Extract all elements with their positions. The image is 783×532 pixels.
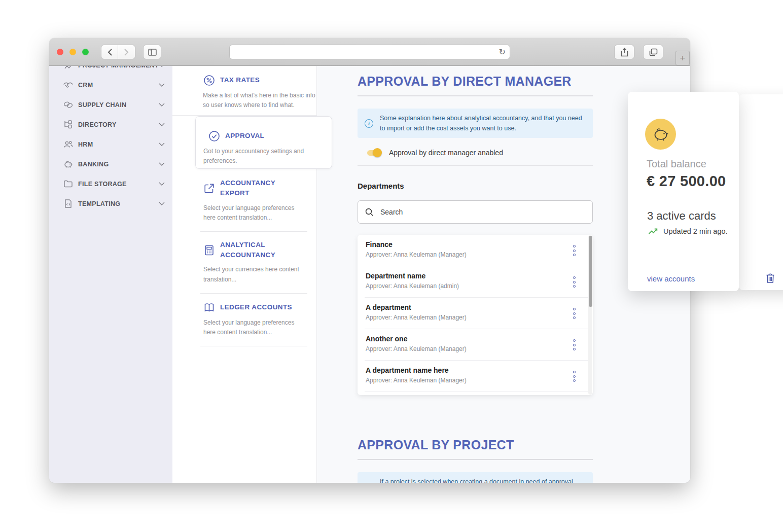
department-row[interactable]: Department name Approver: Anna Keuleman …	[358, 266, 593, 297]
chevron-down-icon	[159, 103, 165, 107]
zoom-window-button[interactable]	[82, 49, 89, 55]
share-button[interactable]	[614, 45, 634, 59]
active-cards-text: 3 active cards	[647, 209, 716, 223]
scrollbar-thumb[interactable]	[589, 236, 592, 307]
department-name: A department	[366, 303, 593, 311]
banking-piggy-icon	[63, 159, 73, 169]
sidebar-item-file-storage[interactable]: FILE STORAGE	[49, 174, 172, 194]
updated-row: Updated 2 min ago.	[648, 227, 728, 235]
chevron-left-icon	[108, 49, 112, 56]
settings-item-tax-rates[interactable]: TAX RATES Make a list of what's here in …	[172, 66, 316, 116]
supply-chain-icon	[63, 100, 73, 110]
view-accounts-link[interactable]: view accounts	[647, 274, 695, 283]
sidebar-nav-list: PROJECT MANAGEMENT CRM	[49, 66, 172, 214]
sidebar-item-banking[interactable]: BANKING	[49, 154, 172, 174]
page-title-approval-by-project: APPROVAL BY PROJECT	[358, 438, 593, 452]
minimize-window-button[interactable]	[69, 49, 76, 55]
piggy-bank-icon	[645, 119, 676, 150]
sidebar-item-label: HRM	[78, 141, 93, 148]
approval-toggle[interactable]	[367, 150, 381, 156]
chevron-down-icon	[159, 162, 165, 166]
settings-item-description: Got to your accountancy settings and pre…	[203, 147, 320, 166]
department-approver: Approver: Anna Keuleman (Manager)	[366, 251, 593, 258]
settings-item-description: Make a list of what's here in the basic …	[203, 91, 321, 110]
trash-icon[interactable]	[766, 273, 775, 283]
history-nav-group	[101, 45, 135, 59]
sidebar-item-templating[interactable]: TEMPLATING	[49, 194, 172, 214]
kebab-menu-icon[interactable]	[572, 275, 577, 289]
divider	[365, 392, 589, 392]
sidebar-item-hrm[interactable]: HRM	[49, 134, 172, 154]
department-approver: Approver: Anna Keuleman (Manager)	[366, 314, 593, 321]
divider	[358, 459, 593, 460]
settings-item-description: Select your language preferences here co…	[203, 318, 304, 337]
kebab-menu-icon[interactable]	[572, 370, 577, 383]
settings-item-ledger-accounts[interactable]: LEDGER ACCOUNTS Select your language pre…	[172, 294, 316, 346]
sidebar-item-crm[interactable]: CRM	[49, 75, 172, 95]
department-row[interactable]: Another one Approver: Anna Keuleman (Man…	[358, 329, 593, 360]
divider	[358, 165, 593, 166]
sidebar-item-label: FILE STORAGE	[78, 181, 127, 188]
search-box	[358, 200, 593, 224]
sidebar-item-label: CRM	[78, 82, 93, 89]
forward-button[interactable]	[118, 45, 135, 59]
department-name: A department name here	[366, 366, 593, 374]
tabs-icon	[649, 48, 658, 56]
settings-item-description: Select your language preferences here co…	[203, 203, 304, 223]
kebab-menu-icon[interactable]	[572, 338, 577, 351]
sidebar-item-label: BANKING	[78, 161, 109, 168]
kebab-menu-icon[interactable]	[572, 244, 577, 257]
trend-up-icon	[648, 228, 658, 235]
kebab-menu-icon[interactable]	[572, 307, 577, 320]
info-box: i If a project is selected when creating…	[358, 472, 593, 483]
back-button[interactable]	[101, 45, 118, 59]
browser-window: ↻ + PROJECT MANAGEMENT	[49, 38, 690, 483]
folder-icon	[63, 179, 73, 189]
department-row[interactable]: Finance Approver: Anna Keuleman (Manager…	[358, 235, 593, 266]
department-row[interactable]: A department name here Approver: Anna Ke…	[358, 361, 593, 392]
balance-card: Total balance € 27 500.00 3 active cards…	[628, 92, 739, 291]
chevron-down-icon	[159, 66, 165, 67]
browser-toolbar: ↻ +	[49, 38, 690, 66]
departments-list: Finance Approver: Anna Keuleman (Manager…	[358, 235, 593, 395]
close-window-button[interactable]	[57, 49, 63, 55]
department-name: Department name	[366, 272, 593, 280]
page-title: APPROVAL BY DIRECT MANAGER	[358, 74, 593, 89]
new-tab-button[interactable]: +	[675, 51, 690, 65]
url-input[interactable]	[230, 45, 510, 59]
reload-icon[interactable]: ↻	[499, 47, 506, 58]
hrm-icon	[63, 139, 73, 149]
settings-item-description: Select your currencies here content tran…	[203, 265, 304, 284]
divider	[200, 346, 307, 346]
sidebar-item-project-management[interactable]: PROJECT MANAGEMENT	[49, 66, 172, 75]
department-approver: Approver: Anna Keuleman (Manager)	[366, 377, 593, 384]
app-body: PROJECT MANAGEMENT CRM	[49, 66, 690, 483]
sidebar-item-supply-chain[interactable]: SUPPLY CHAIN	[49, 95, 172, 115]
chevron-down-icon	[159, 83, 165, 87]
toggle-row: Approval by direct manager anabled	[358, 149, 593, 157]
search-icon	[365, 208, 374, 217]
divider	[358, 95, 593, 96]
search-input[interactable]	[380, 208, 585, 216]
department-approver: Approver: Anna Keuleman (admin)	[366, 282, 593, 290]
chevron-down-icon	[159, 123, 165, 126]
scrollbar-track[interactable]	[588, 235, 592, 395]
balance-card-back	[739, 94, 783, 290]
export-icon	[203, 183, 215, 194]
department-name: Finance	[366, 240, 593, 249]
tab-overview-button[interactable]	[643, 45, 663, 59]
project-management-icon	[63, 66, 73, 70]
sidebar-toggle-button[interactable]	[143, 45, 161, 59]
department-row[interactable]: A department Approver: Anna Keuleman (Ma…	[358, 298, 593, 329]
traffic-lights	[57, 49, 89, 55]
department-approver: Approver: Anna Keuleman (Manager)	[366, 345, 593, 352]
chevron-down-icon	[159, 182, 165, 186]
settings-item-approval-selected[interactable]: APPROVAL Got to your accountancy setting…	[195, 116, 332, 169]
sidebar-item-directory[interactable]: DIRECTORY	[49, 115, 172, 134]
settings-item-title: ACCOUNTANCY EXPORT	[220, 178, 304, 199]
settings-nav-column: TAX RATES Make a list of what's here in …	[172, 66, 317, 483]
settings-item-title: ANALYTICAL ACCOUNTANCY	[220, 240, 304, 261]
settings-item-analytical-accountancy[interactable]: ANALYTICAL ACCOUNTANCY Select your curre…	[172, 232, 316, 293]
app-sidebar: PROJECT MANAGEMENT CRM	[49, 66, 172, 483]
settings-item-accountancy-export[interactable]: ACCOUNTANCY EXPORT Select your language …	[172, 170, 316, 231]
